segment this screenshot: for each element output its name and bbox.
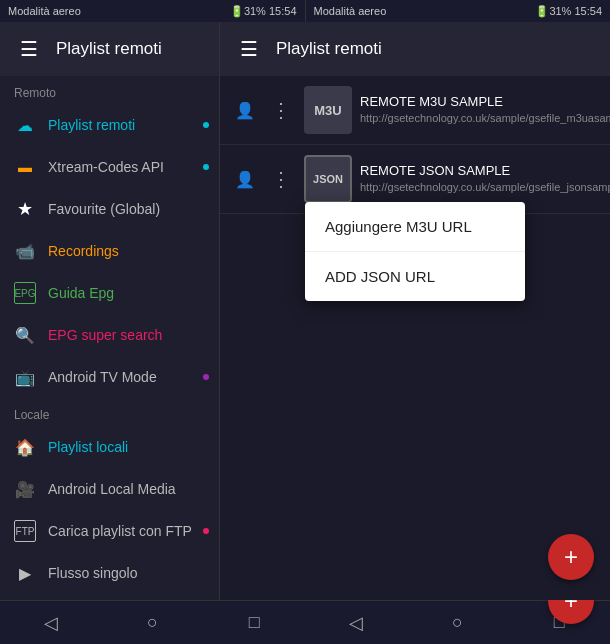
badge-playlist-remoti <box>203 122 209 128</box>
json-left-actions: 👤 ⋮ <box>230 164 296 194</box>
left-title: Playlist remoti <box>56 39 162 59</box>
status-bar-right: Modalità aereo 🔋31% 15:54 <box>306 0 611 22</box>
status-mode-left: Modalità aereo <box>8 5 81 17</box>
section-locale: Locale <box>0 398 219 426</box>
m3u-left-actions: 👤 ⋮ <box>230 95 296 125</box>
json-thumb-label: JSON <box>313 173 343 185</box>
status-mode-right: Modalità aereo <box>314 5 387 17</box>
sidebar-label-flusso: Flusso singolo <box>48 565 138 581</box>
m3u-thumb: M3U <box>304 86 352 134</box>
main-content: ☰ Playlist remoti Remoto ☁ Playlist remo… <box>0 22 610 600</box>
cloud-icon: ☁ <box>14 114 36 136</box>
sidebar-item-epg[interactable]: EPG Guida Epg <box>0 272 219 314</box>
sidebar-label-android-tv: Android TV Mode <box>48 369 157 385</box>
json-url: http://gsetechnology.co.uk/sample/gsefil… <box>360 180 610 194</box>
status-right-right: 🔋31% 15:54 <box>535 5 602 18</box>
sidebar-label-playlist-remoti: Playlist remoti <box>48 117 135 133</box>
json-thumb: JSON <box>304 155 352 203</box>
tv-icon: 📺 <box>14 366 36 388</box>
nav-bar: ◁ ○ □ ◁ ○ □ <box>0 600 610 644</box>
json-menu-dots[interactable]: ⋮ <box>266 164 296 194</box>
sidebar-label-recordings: Recordings <box>48 243 119 259</box>
time-left: 15:54 <box>269 5 297 17</box>
sidebar-label-ftp: Carica playlist con FTP <box>48 523 192 539</box>
m3u-url: http://gsetechnology.co.uk/sample/gsefil… <box>360 111 610 125</box>
sidebar-item-playlist-locali[interactable]: 🏠 Playlist locali <box>0 426 219 468</box>
sidebar-item-flusso[interactable]: ▶ Flusso singolo <box>0 552 219 594</box>
battery-left: 🔋31% <box>230 5 266 17</box>
popup-add-m3u[interactable]: Aggiungere M3U URL <box>305 202 525 252</box>
sidebar-item-epg-super[interactable]: 🔍 EPG super search <box>0 314 219 356</box>
back-button-right[interactable]: ◁ <box>336 605 376 641</box>
sidebar-item-ftp[interactable]: FTP Carica playlist con FTP <box>0 510 219 552</box>
right-fab-icon: + <box>564 543 578 571</box>
left-menu-icon[interactable]: ☰ <box>14 34 44 64</box>
left-panel-scroll: Remoto ☁ Playlist remoti ▬ Xtream-Codes … <box>0 76 219 600</box>
json-info: REMOTE JSON SAMPLE http://gsetechnology.… <box>360 163 610 194</box>
sidebar-label-favourite: Favourite (Global) <box>48 201 160 217</box>
time-right: 15:54 <box>574 5 602 17</box>
status-right-left: 🔋31% 15:54 <box>230 5 297 18</box>
sidebar-label-xtream: Xtream-Codes API <box>48 159 164 175</box>
epg-icon: EPG <box>14 282 36 304</box>
nav-bar-left: ◁ ○ □ <box>0 600 305 644</box>
xtream-icon: ▬ <box>14 156 36 178</box>
sidebar-item-xtream[interactable]: ▬ Xtream-Codes API <box>0 146 219 188</box>
playlist-item-m3u: 👤 ⋮ M3U REMOTE M3U SAMPLE http://gsetech… <box>220 76 610 145</box>
sidebar-item-gse[interactable]: ⚙ GSE Gestore Playlist <box>0 594 219 600</box>
m3u-info: REMOTE M3U SAMPLE http://gsetechnology.c… <box>360 94 610 125</box>
sidebar-item-playlist-remoti[interactable]: ☁ Playlist remoti <box>0 104 219 146</box>
home-button-left[interactable]: ○ <box>132 605 172 641</box>
right-title: Playlist remoti <box>276 39 382 59</box>
status-bar: Modalità aereo 🔋31% 15:54 Modalità aereo… <box>0 0 610 22</box>
sidebar-label-local-media: Android Local Media <box>48 481 176 497</box>
badge-xtream <box>203 164 209 170</box>
popup-menu: Aggiungere M3U URL ADD JSON URL <box>305 202 525 301</box>
back-button-left[interactable]: ◁ <box>31 605 71 641</box>
json-person-icon[interactable]: 👤 <box>230 164 260 194</box>
play-icon: ▶ <box>14 562 36 584</box>
badge-ftp <box>203 528 209 534</box>
json-name: REMOTE JSON SAMPLE <box>360 163 610 178</box>
epg-super-icon: 🔍 <box>14 324 36 346</box>
m3u-menu-dots[interactable]: ⋮ <box>266 95 296 125</box>
right-menu-icon[interactable]: ☰ <box>234 34 264 64</box>
badge-android-tv <box>203 374 209 380</box>
sidebar-item-local-media[interactable]: 🎥 Android Local Media <box>0 468 219 510</box>
sidebar-item-android-tv[interactable]: 📺 Android TV Mode <box>0 356 219 398</box>
section-remoto: Remoto <box>0 76 219 104</box>
recent-button-left[interactable]: □ <box>234 605 274 641</box>
ftp-icon: FTP <box>14 520 36 542</box>
m3u-person-icon[interactable]: 👤 <box>230 95 260 125</box>
right-fab-button[interactable]: + <box>548 534 594 580</box>
video-icon: 🎥 <box>14 478 36 500</box>
sidebar-label-playlist-locali: Playlist locali <box>48 439 128 455</box>
left-panel: ☰ Playlist remoti Remoto ☁ Playlist remo… <box>0 22 220 600</box>
right-header: ☰ Playlist remoti <box>220 22 610 76</box>
home-button-right[interactable]: ○ <box>437 605 477 641</box>
m3u-name: REMOTE M3U SAMPLE <box>360 94 610 109</box>
right-panel: ☰ Playlist remoti 👤 ⋮ M3U REMOTE M3U SAM… <box>220 22 610 600</box>
recordings-icon: 📹 <box>14 240 36 262</box>
m3u-thumb-label: M3U <box>314 103 341 118</box>
sidebar-item-recordings[interactable]: 📹 Recordings <box>0 230 219 272</box>
popup-add-json[interactable]: ADD JSON URL <box>305 252 525 301</box>
sidebar-label-epg-super: EPG super search <box>48 327 162 343</box>
home-icon: 🏠 <box>14 436 36 458</box>
sidebar-item-favourite[interactable]: ★ Favourite (Global) <box>0 188 219 230</box>
star-icon: ★ <box>14 198 36 220</box>
battery-right: 🔋31% <box>535 5 571 17</box>
sidebar-label-epg: Guida Epg <box>48 285 114 301</box>
status-bar-left: Modalità aereo 🔋31% 15:54 <box>0 0 305 22</box>
left-header: ☰ Playlist remoti <box>0 22 219 76</box>
right-fab-container: + <box>548 534 594 580</box>
